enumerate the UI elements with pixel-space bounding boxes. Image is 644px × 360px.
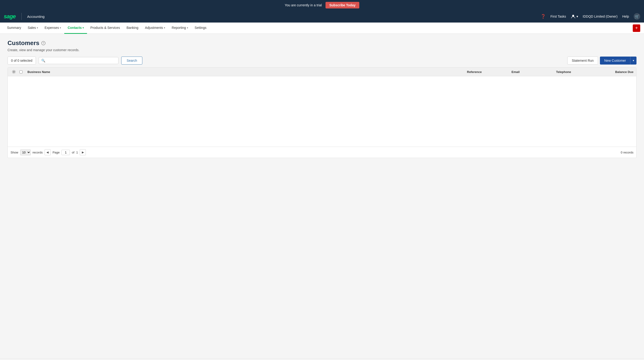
records-label: records xyxy=(32,151,43,154)
reporting-dropdown-arrow: ▾ xyxy=(187,27,188,29)
main-nav-right: + xyxy=(633,25,640,32)
expenses-dropdown-arrow: ▾ xyxy=(60,27,61,29)
page-content: Customers ? Create, view and manage your… xyxy=(0,34,644,358)
column-reference: Reference xyxy=(467,70,509,74)
search-icon: 🔍 xyxy=(41,59,45,63)
pagination-bar: Show 10 25 50 records ◀ Page of 1 ▶ 0 re… xyxy=(8,147,636,158)
help-link[interactable]: Help xyxy=(622,15,629,18)
total-pages: 1 xyxy=(76,151,78,154)
page-subtitle: Create, view and manage your customer re… xyxy=(8,48,636,52)
subscribe-button[interactable]: Subscribe Today xyxy=(326,2,359,9)
toolbar: 0 of 0 selected 🔍 Search Statement Run N… xyxy=(8,57,636,65)
next-page-button[interactable]: ▶ xyxy=(80,149,86,155)
first-tasks-link[interactable]: First Tasks xyxy=(550,15,566,18)
new-customer-group: New Customer ▾ xyxy=(600,57,636,65)
search-box: 🔍 xyxy=(39,57,118,64)
records-count: 0 records xyxy=(621,151,634,154)
new-customer-dropdown-button[interactable]: ▾ xyxy=(630,57,636,65)
column-email: Email xyxy=(512,70,554,74)
table-body xyxy=(8,76,636,147)
svg-point-0 xyxy=(572,15,574,17)
company-name[interactable]: IDDQD Limited (Owner) xyxy=(583,15,618,18)
nav-contacts[interactable]: Contacts ▾ xyxy=(64,23,87,34)
nav-summary[interactable]: Summary xyxy=(4,23,24,34)
select-all-checkbox-input[interactable] xyxy=(20,70,22,74)
column-business-name: Business Name xyxy=(28,70,464,74)
nav-settings[interactable]: Settings xyxy=(191,23,210,34)
of-label: of xyxy=(72,151,74,154)
select-all-checkbox[interactable] xyxy=(20,70,25,74)
app-name: Accounting xyxy=(27,15,44,19)
column-balance-due: Balance Due xyxy=(600,70,634,74)
records-per-page-select[interactable]: 10 25 50 xyxy=(20,150,31,155)
trial-banner: You are currently in a trial Subscribe T… xyxy=(0,0,644,10)
user-icon[interactable]: ▾ xyxy=(571,14,578,19)
nav-sales[interactable]: Sales ▾ xyxy=(24,23,41,34)
trial-message: You are currently in a trial xyxy=(285,3,322,7)
search-button[interactable]: Search xyxy=(121,57,142,65)
help-circle-icon: ❓ xyxy=(540,14,546,19)
new-customer-button[interactable]: New Customer xyxy=(600,57,630,65)
nav-divider xyxy=(21,13,22,20)
prev-page-button[interactable]: ◀ xyxy=(44,149,51,155)
top-nav-right: ❓ First Tasks ▾ IDDQD Limited (Owner) He… xyxy=(540,13,640,20)
notification-icon[interactable]: 🛒 xyxy=(634,13,640,20)
top-navigation: sage Accounting ❓ First Tasks ▾ IDDQD Li… xyxy=(0,10,644,23)
adjustments-dropdown-arrow: ▾ xyxy=(164,27,165,29)
page-help-icon[interactable]: ? xyxy=(41,41,46,45)
selected-count-badge: 0 of 0 selected xyxy=(8,57,36,65)
contacts-dropdown-arrow: ▾ xyxy=(82,27,84,29)
statement-run-button[interactable]: Statement Run xyxy=(567,57,598,65)
nav-products-services[interactable]: Products & Services xyxy=(87,23,123,34)
column-telephone: Telephone xyxy=(556,70,598,74)
nav-adjustments[interactable]: Adjustments ▾ xyxy=(142,23,168,34)
page-label: Page xyxy=(52,151,60,154)
customers-table: Business Name Reference Email Telephone … xyxy=(8,67,636,158)
sales-dropdown-arrow: ▾ xyxy=(37,27,38,29)
toolbar-right: Statement Run New Customer ▾ xyxy=(567,57,636,65)
main-navigation: Summary Sales ▾ Expenses ▾ Contacts ▾ Pr… xyxy=(0,23,644,34)
search-input[interactable] xyxy=(47,59,116,63)
footer: English (US) © The Sage Group plc 2021 xyxy=(0,358,644,360)
nav-banking[interactable]: Banking xyxy=(123,23,142,34)
page-title: Customers xyxy=(8,40,40,47)
column-settings-icon[interactable] xyxy=(10,70,17,74)
sage-logo: sage xyxy=(4,13,16,20)
nav-expenses[interactable]: Expenses ▾ xyxy=(41,23,64,34)
svg-point-1 xyxy=(13,71,14,73)
page-title-container: Customers ? xyxy=(8,40,636,47)
page-number-input[interactable] xyxy=(62,150,70,155)
add-button[interactable]: + xyxy=(633,25,640,32)
show-label: Show xyxy=(10,151,18,154)
table-header: Business Name Reference Email Telephone … xyxy=(8,68,636,76)
nav-reporting[interactable]: Reporting ▾ xyxy=(168,23,191,34)
